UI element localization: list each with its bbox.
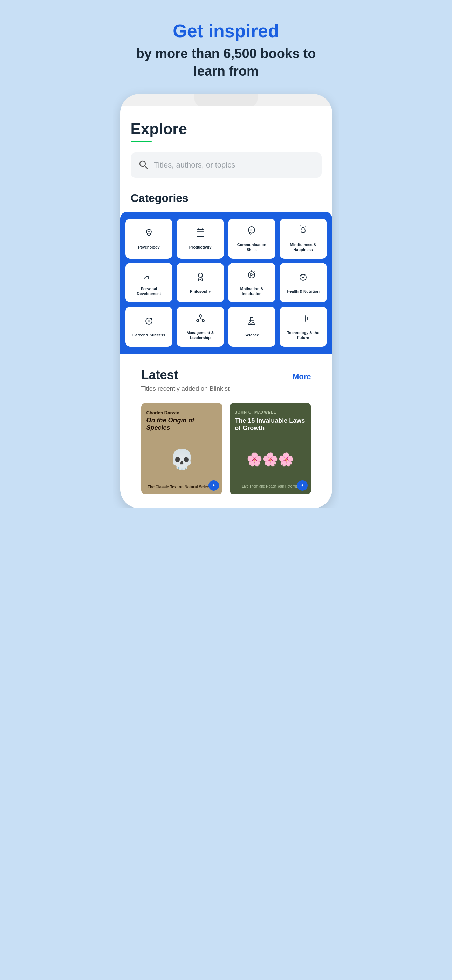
latest-subtitle: Titles recently added on Blinkist (141, 385, 311, 393)
philosophy-icon (195, 272, 206, 285)
book-maxwell-cover: JOHN C. MAXWELL The 15 Invaluable Laws o… (229, 403, 311, 494)
book-darwin-cover: Charles Darwin On the Origin of Species … (141, 403, 223, 494)
darwin-badge: ✦ (208, 480, 219, 491)
svg-line-28 (151, 318, 152, 319)
svg-point-31 (197, 320, 199, 322)
svg-point-10 (251, 229, 252, 230)
career-label: Career & Success (132, 332, 166, 337)
darwin-title: On the Origin of Species (146, 417, 218, 431)
book-maxwell-card[interactable]: JOHN C. MAXWELL The 15 Invaluable Laws o… (229, 403, 311, 494)
psychology-label: Psychology (138, 245, 160, 250)
productivity-icon (195, 228, 206, 241)
book-darwin-card[interactable]: Charles Darwin On the Origin of Species … (141, 403, 223, 494)
technology-label: Technology & the Future (283, 330, 323, 340)
category-career[interactable]: Career & Success (126, 307, 173, 347)
svg-point-32 (202, 320, 204, 322)
philosophy-label: Philosophy (190, 289, 210, 294)
svg-line-22 (254, 271, 255, 272)
category-mindfulness[interactable]: Mindfulness & Happiness (280, 219, 327, 259)
maxwell-badge: ✦ (297, 480, 308, 491)
category-productivity[interactable]: Productivity (177, 219, 224, 259)
technology-icon (298, 313, 309, 327)
phone-notch (194, 94, 258, 106)
category-personal-dev[interactable]: Personal Development (126, 263, 173, 303)
darwin-author: Charles Darwin (146, 410, 218, 415)
communication-label: Communication Skills (232, 242, 272, 252)
maxwell-author: JOHN C. MAXWELL (235, 410, 306, 414)
svg-point-9 (250, 229, 250, 230)
mindfulness-label: Mindfulness & Happiness (283, 242, 323, 252)
health-icon (298, 272, 309, 285)
category-science[interactable]: Science (228, 307, 275, 347)
darwin-skull-illustration: 💀 (146, 448, 218, 471)
svg-rect-16 (146, 276, 148, 279)
darwin-subtitle: The Classic Text on Natural Selection (146, 485, 218, 489)
svg-rect-17 (149, 274, 151, 279)
category-psychology[interactable]: Psychology (126, 219, 173, 259)
phone-mockup: Explore Titles, authors, or topics Categ… (120, 94, 332, 508)
science-icon (246, 315, 257, 329)
more-link[interactable]: More (293, 372, 311, 381)
svg-point-11 (253, 229, 253, 230)
management-icon (195, 313, 206, 327)
svg-point-20 (248, 272, 255, 278)
search-icon (138, 159, 149, 172)
latest-title: Latest (141, 368, 178, 382)
svg-line-35 (201, 318, 203, 320)
svg-rect-18 (145, 278, 146, 279)
categories-grid: Psychology Productivity (126, 219, 327, 347)
maxwell-subtitle: Live Them and Reach Your Potential (235, 484, 306, 489)
svg-line-1 (145, 166, 148, 169)
management-label: Management & Leadership (180, 330, 220, 340)
personal-dev-icon (143, 269, 154, 283)
motivation-label: Motivation & Inspiration (232, 286, 272, 296)
science-label: Science (245, 332, 259, 337)
category-health[interactable]: Health & Nutrition (280, 263, 327, 303)
svg-point-30 (199, 315, 202, 317)
svg-line-34 (197, 318, 201, 320)
communication-icon (246, 225, 257, 239)
category-technology[interactable]: Technology & the Future (280, 307, 327, 347)
latest-header: Latest More (141, 368, 311, 382)
svg-rect-4 (197, 229, 204, 237)
search-bar[interactable]: Titles, authors, or topics (131, 153, 321, 178)
svg-line-13 (300, 226, 301, 226)
category-motivation[interactable]: Motivation & Inspiration (228, 263, 275, 303)
health-label: Health & Nutrition (286, 289, 320, 294)
latest-section: Latest More Titles recently added on Bli… (131, 354, 321, 508)
explore-underline (131, 140, 152, 142)
maxwell-flowers-illustration: 🌸🌸🌸 (235, 452, 306, 467)
svg-point-37 (250, 323, 251, 324)
category-philosophy[interactable]: Philosophy (177, 263, 224, 303)
career-icon (143, 315, 154, 329)
motivation-icon (246, 269, 257, 283)
categories-title: Categories (131, 192, 321, 205)
svg-point-26 (148, 320, 150, 322)
books-row: Charles Darwin On the Origin of Species … (141, 403, 311, 494)
search-placeholder: Titles, authors, or topics (154, 161, 236, 170)
personal-dev-label: Personal Development (129, 286, 169, 296)
hero-title: Get inspired (127, 21, 325, 41)
psychology-icon (143, 228, 154, 241)
productivity-label: Productivity (189, 245, 212, 250)
svg-point-38 (252, 323, 253, 323)
explore-title: Explore (131, 120, 321, 138)
category-management[interactable]: Management & Leadership (177, 307, 224, 347)
categories-wrapper: Psychology Productivity (120, 212, 332, 354)
svg-point-19 (198, 273, 202, 277)
hero-subtitle: by more than 6,500 books to learn from (127, 45, 325, 80)
hero-section: Get inspired by more than 6,500 books to… (113, 0, 339, 80)
mindfulness-icon (298, 225, 309, 239)
maxwell-title: The 15 Invaluable Laws of Growth (235, 417, 306, 432)
category-communication[interactable]: Communication Skills (228, 219, 275, 259)
svg-line-14 (305, 226, 306, 226)
phone-screen-content: Explore Titles, authors, or topics Categ… (120, 106, 332, 508)
